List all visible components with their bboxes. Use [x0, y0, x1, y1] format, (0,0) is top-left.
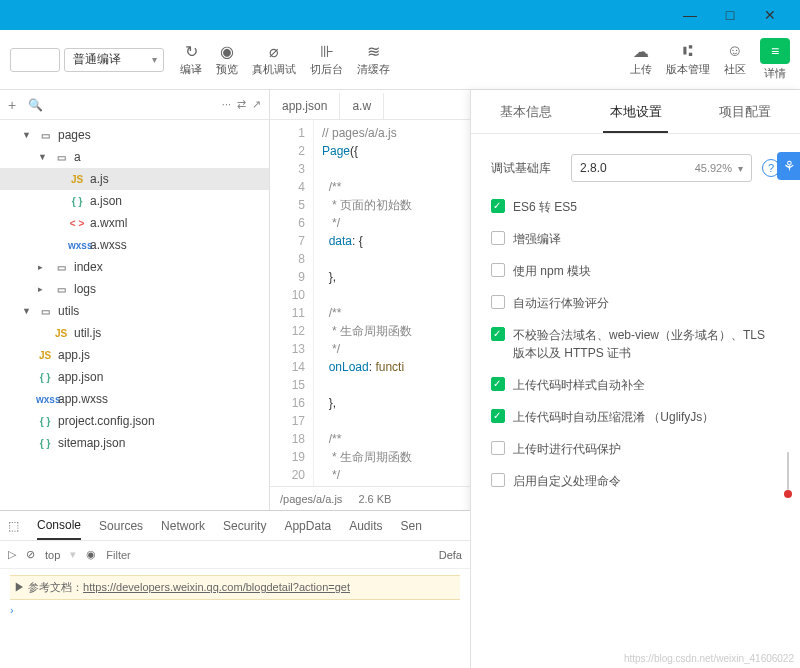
tree-item-index[interactable]: ▸▭index: [0, 256, 269, 278]
community-button[interactable]: ☺社区: [724, 42, 746, 77]
tab-project-config[interactable]: 项目配置: [690, 90, 800, 133]
editor-tab[interactable]: app.json: [270, 93, 340, 119]
tab-audits[interactable]: Audits: [349, 519, 382, 533]
tree-item-utils[interactable]: ▼▭utils: [0, 300, 269, 322]
preview-button[interactable]: ◉预览: [216, 42, 238, 77]
tab-network[interactable]: Network: [161, 519, 205, 533]
toolbar-misc-2[interactable]: ⇄: [237, 98, 246, 111]
clear-cache-button[interactable]: ≋清缓存: [357, 42, 390, 77]
file-type-icon: ▭: [52, 284, 70, 295]
tree-item-app-js[interactable]: JSapp.js: [0, 344, 269, 366]
tab-local-settings[interactable]: 本地设置: [581, 90, 691, 133]
backstage-button[interactable]: ⊪切后台: [310, 42, 343, 77]
console-expand-icon[interactable]: ⬚: [8, 519, 19, 533]
console-filter-input[interactable]: [106, 549, 244, 561]
file-type-icon: < >: [68, 218, 86, 229]
checkbox[interactable]: [491, 473, 505, 487]
console-level[interactable]: Defa: [439, 549, 462, 561]
tree-item-app-json[interactable]: { }app.json: [0, 366, 269, 388]
option-row-7[interactable]: 上传时进行代码保护: [491, 440, 780, 458]
file-type-icon: { }: [36, 372, 54, 383]
option-row-4[interactable]: 不校验合法域名、web-view（业务域名）、TLS 版本以及 HTTPS 证书: [491, 326, 780, 362]
option-label: 上传代码时样式自动补全: [513, 376, 645, 394]
tree-item-util-js[interactable]: JSutil.js: [0, 322, 269, 344]
file-type-icon: JS: [68, 174, 86, 185]
option-row-0[interactable]: ES6 转 ES5: [491, 198, 780, 216]
tree-item-a-wxml[interactable]: < >a.wxml: [0, 212, 269, 234]
option-label: 启用自定义处理命令: [513, 472, 621, 490]
checkbox[interactable]: [491, 295, 505, 309]
window-minimize[interactable]: —: [670, 0, 710, 30]
option-row-6[interactable]: 上传代码时自动压缩混淆 （UglifyJs）: [491, 408, 780, 426]
console-clear-icon[interactable]: ⊘: [26, 548, 35, 561]
console-scope-select[interactable]: top: [45, 549, 60, 561]
tree-item-app-wxss[interactable]: wxssapp.wxss: [0, 388, 269, 410]
file-tree: ▼▭pages▼▭aJSa.js{ }a.json< >a.wxmlwxssa.…: [0, 120, 269, 510]
option-row-5[interactable]: 上传代码时样式自动补全: [491, 376, 780, 394]
status-size: 2.6 KB: [358, 493, 391, 505]
option-row-8[interactable]: 启用自定义处理命令: [491, 472, 780, 490]
checkbox[interactable]: [491, 327, 505, 341]
console-eye-icon[interactable]: ◉: [86, 548, 96, 561]
file-type-icon: JS: [52, 328, 70, 339]
tree-item-project-config-json[interactable]: { }project.config.json: [0, 410, 269, 432]
file-name: app.wxss: [58, 392, 108, 406]
option-row-2[interactable]: 使用 npm 模块: [491, 262, 780, 280]
tab-sources[interactable]: Sources: [99, 519, 143, 533]
tab-security[interactable]: Security: [223, 519, 266, 533]
tree-item-a[interactable]: ▼▭a: [0, 146, 269, 168]
checkbox[interactable]: [491, 409, 505, 423]
file-type-icon: ▭: [52, 262, 70, 273]
console-toolbar: ▷ ⊘ top ▾ ◉ Defa: [0, 541, 470, 569]
checkbox[interactable]: [491, 441, 505, 455]
tree-item-logs[interactable]: ▸▭logs: [0, 278, 269, 300]
simulator-dropdown[interactable]: [10, 48, 60, 72]
editor-tab[interactable]: a.w: [340, 93, 384, 119]
upload-button[interactable]: ☁上传: [630, 42, 652, 77]
tree-item-a-json[interactable]: { }a.json: [0, 190, 269, 212]
file-type-icon: ▭: [36, 306, 54, 317]
watermark: https://blog.csdn.net/weixin_41606022: [624, 653, 794, 664]
console-link[interactable]: https://developers.weixin.qq.com/blogdet…: [83, 581, 350, 593]
file-type-icon: JS: [36, 350, 54, 361]
console-run-icon[interactable]: ▷: [8, 548, 16, 561]
option-label: 自动运行体验评分: [513, 294, 609, 312]
option-label: 上传时进行代码保护: [513, 440, 621, 458]
tree-item-sitemap-json[interactable]: { }sitemap.json: [0, 432, 269, 454]
checkbox[interactable]: [491, 199, 505, 213]
clear-cache-icon: ≋: [367, 42, 380, 60]
version-button[interactable]: ⑆版本管理: [666, 42, 710, 77]
tab-basic-info[interactable]: 基本信息: [471, 90, 581, 133]
option-row-1[interactable]: 增强编译: [491, 230, 780, 248]
debug-lib-select[interactable]: 2.8.0 45.92%: [571, 154, 752, 182]
real-device-button[interactable]: ⌀真机调试: [252, 42, 296, 77]
console-warning-row: ▶ 参考文档：https://developers.weixin.qq.com/…: [10, 575, 460, 600]
option-row-3[interactable]: 自动运行体验评分: [491, 294, 780, 312]
toolbar-misc-3[interactable]: ↗: [252, 98, 261, 111]
file-type-icon: ▭: [36, 130, 54, 141]
search-icon[interactable]: 🔍: [28, 98, 43, 112]
caret-icon: ▼: [22, 306, 32, 316]
new-file-icon[interactable]: +: [8, 97, 16, 113]
caret-icon: ▸: [38, 262, 48, 272]
tree-item-pages[interactable]: ▼▭pages: [0, 124, 269, 146]
checkbox[interactable]: [491, 377, 505, 391]
side-badge-icon[interactable]: ⚘: [777, 152, 800, 180]
tree-item-a-wxss[interactable]: wxssa.wxss: [0, 234, 269, 256]
tab-sensor[interactable]: Sen: [401, 519, 422, 533]
file-type-icon: { }: [36, 438, 54, 449]
file-name: utils: [58, 304, 79, 318]
compile-button[interactable]: ↻编译: [180, 42, 202, 77]
detail-button[interactable]: ≡详情: [760, 38, 790, 81]
checkbox[interactable]: [491, 231, 505, 245]
code-content[interactable]: // pages/a/a.js Page({ /** * 页面的初始数 */ d…: [314, 120, 420, 486]
tab-console[interactable]: Console: [37, 518, 81, 540]
checkbox[interactable]: [491, 263, 505, 277]
compile-mode-dropdown[interactable]: 普通编译: [64, 48, 164, 72]
window-close[interactable]: ✕: [750, 0, 790, 30]
tree-item-a-js[interactable]: JSa.js: [0, 168, 269, 190]
window-maximize[interactable]: □: [710, 0, 750, 30]
tab-appdata[interactable]: AppData: [284, 519, 331, 533]
toolbar-misc-1[interactable]: ···: [222, 98, 231, 111]
file-name: pages: [58, 128, 91, 142]
